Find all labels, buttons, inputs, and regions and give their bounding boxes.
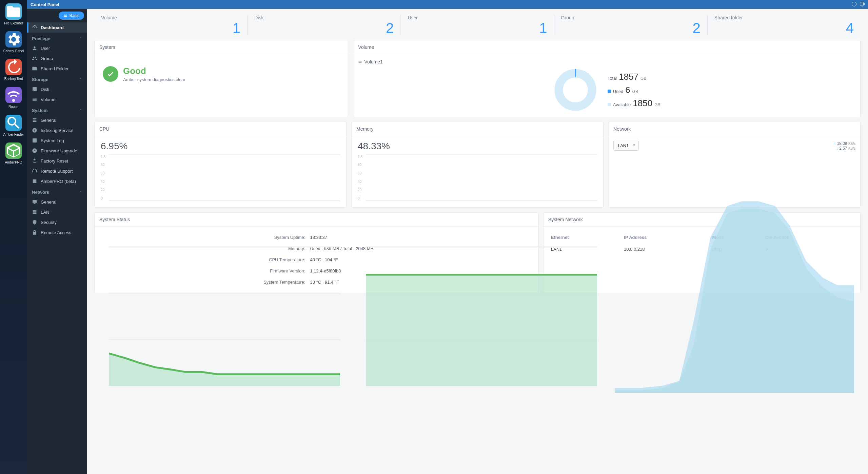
window-controls bbox=[850, 2, 865, 7]
titlebar: Control Panel bbox=[27, 0, 868, 9]
box-icon bbox=[5, 143, 22, 159]
volume-donut-chart bbox=[553, 68, 597, 112]
sidebar-item-firmware[interactable]: Firmware Upgrade bbox=[27, 146, 87, 156]
log-icon bbox=[32, 138, 37, 143]
minimize-icon[interactable] bbox=[852, 2, 856, 6]
dock-label: AmberPRO bbox=[5, 160, 22, 164]
volume-name-row: Volume1 bbox=[358, 59, 855, 64]
dock-item-amberpro[interactable]: AmberPRO bbox=[2, 143, 25, 164]
dock-item-file-explorer[interactable]: File Explorer bbox=[2, 3, 25, 25]
system-status-subtitle: Amber system diagnostics clear bbox=[123, 77, 185, 82]
shield-icon bbox=[32, 220, 37, 225]
card-title: Memory bbox=[352, 122, 603, 136]
maximize-icon[interactable] bbox=[860, 2, 865, 6]
sidebar-item-general[interactable]: General bbox=[27, 115, 87, 125]
remote-icon bbox=[32, 230, 37, 235]
stats-row: Volume1 Disk2 User1 Group2 Shared folder… bbox=[87, 9, 868, 40]
monitor-icon bbox=[32, 199, 37, 205]
check-circle-icon bbox=[103, 66, 118, 82]
sidebar-item-factory-reset[interactable]: Factory Reset bbox=[27, 156, 87, 166]
sidebar-item-remote-support[interactable]: Remote Support bbox=[27, 166, 87, 176]
dashboard-icon bbox=[32, 25, 37, 30]
card-title: Network bbox=[609, 122, 860, 136]
stat-disk[interactable]: Disk2 bbox=[248, 15, 401, 36]
dock-label: File Explorer bbox=[4, 21, 23, 25]
memory-value: 48.33% bbox=[356, 141, 598, 152]
cpu-value: 6.95% bbox=[99, 141, 341, 152]
sidebar-section-network[interactable]: Network⌃ bbox=[27, 186, 87, 197]
network-card: Network LAN1 18.09 KB/s 2.57 KB/s bbox=[608, 122, 861, 208]
list-icon bbox=[358, 60, 362, 64]
dock: File Explorer Control Panel Backup Tool … bbox=[0, 0, 27, 474]
lan-select[interactable]: LAN1 bbox=[613, 141, 639, 151]
system-status-value: Good bbox=[123, 66, 185, 76]
clock-icon bbox=[5, 59, 22, 75]
basic-mode-label: Basic bbox=[70, 13, 79, 18]
wifi-icon bbox=[5, 87, 22, 103]
legend-swatch-used bbox=[608, 90, 611, 93]
sidebar-item-system-log[interactable]: System Log bbox=[27, 135, 87, 146]
basic-mode-button[interactable]: Basic bbox=[59, 12, 84, 20]
card-title: Volume bbox=[353, 40, 860, 54]
search-icon bbox=[5, 115, 22, 131]
dock-label: Backup Tool bbox=[4, 77, 23, 81]
window-title: Control Panel bbox=[31, 2, 59, 7]
group-icon bbox=[32, 56, 37, 61]
dock-item-amber-finder[interactable]: Amber Finder bbox=[2, 115, 25, 136]
system-card: System Good Amber system diagnostics cle… bbox=[94, 40, 348, 117]
sidebar-item-indexing[interactable]: Indexing Service bbox=[27, 125, 87, 135]
sidebar-item-volume[interactable]: Volume bbox=[27, 94, 87, 105]
sidebar: Basic Dashboard Privilege⌃ User Group Sh… bbox=[27, 9, 87, 474]
network-chart bbox=[615, 153, 854, 393]
chart-y-axis: 100806040200 bbox=[101, 154, 106, 200]
reset-icon bbox=[32, 158, 37, 164]
main-content: Volume1 Disk2 User1 Group2 Shared folder… bbox=[87, 9, 868, 474]
card-title: CPU bbox=[95, 122, 346, 136]
sidebar-item-label: Dashboard bbox=[41, 25, 64, 30]
general-icon bbox=[32, 117, 37, 123]
stat-shared-folder[interactable]: Shared folder4 bbox=[708, 15, 861, 36]
sidebar-item-remote-access[interactable]: Remote Access bbox=[27, 227, 87, 238]
dock-label: Control Panel bbox=[3, 49, 24, 53]
sidebar-item-user[interactable]: User bbox=[27, 43, 87, 53]
sidebar-item-security[interactable]: Security bbox=[27, 217, 87, 227]
cpu-chart bbox=[109, 154, 340, 386]
sidebar-item-dashboard[interactable]: Dashboard bbox=[27, 22, 87, 33]
chevron-up-icon: ⌃ bbox=[79, 37, 82, 40]
sidebar-item-shared-folder[interactable]: Shared Folder bbox=[27, 63, 87, 74]
sidebar-section-storage[interactable]: Storage⌃ bbox=[27, 74, 87, 84]
network-rates: 18.09 KB/s 2.57 KB/s bbox=[834, 141, 855, 151]
legend-swatch-available bbox=[608, 103, 611, 106]
dock-item-backup-tool[interactable]: Backup Tool bbox=[2, 59, 25, 81]
beta-icon bbox=[32, 178, 37, 184]
sidebar-section-system[interactable]: System⌃ bbox=[27, 105, 87, 115]
svg-rect-15 bbox=[366, 275, 597, 386]
chevron-up-icon: ⌃ bbox=[79, 78, 82, 81]
list-icon bbox=[63, 14, 67, 18]
sidebar-item-amberpro-beta[interactable]: AmberPRO (beta) bbox=[27, 176, 87, 186]
card-title: System bbox=[95, 40, 348, 54]
dock-label: Router bbox=[8, 105, 19, 109]
lan-icon bbox=[32, 209, 37, 215]
sidebar-item-lan[interactable]: LAN bbox=[27, 207, 87, 217]
stat-volume[interactable]: Volume1 bbox=[94, 15, 248, 36]
chevron-up-icon: ⌃ bbox=[79, 190, 82, 194]
sidebar-section-privilege[interactable]: Privilege⌃ bbox=[27, 33, 87, 43]
sidebar-item-disk[interactable]: Disk bbox=[27, 84, 87, 94]
sidebar-item-net-general[interactable]: General bbox=[27, 197, 87, 207]
chevron-up-icon: ⌃ bbox=[79, 109, 82, 112]
dock-item-router[interactable]: Router bbox=[2, 87, 25, 109]
shared-folder-icon bbox=[32, 66, 37, 71]
support-icon bbox=[32, 168, 37, 174]
stat-group[interactable]: Group2 bbox=[554, 15, 708, 36]
stat-user[interactable]: User1 bbox=[401, 15, 554, 36]
memory-card: Memory 48.33% 100806040200 bbox=[351, 122, 604, 208]
indexing-icon bbox=[32, 128, 37, 133]
dock-item-control-panel[interactable]: Control Panel bbox=[2, 31, 25, 53]
folder-icon bbox=[5, 3, 22, 20]
sidebar-item-group[interactable]: Group bbox=[27, 53, 87, 63]
svg-point-0 bbox=[559, 73, 592, 107]
dock-label: Amber Finder bbox=[3, 133, 24, 136]
memory-chart bbox=[366, 154, 597, 386]
chart-y-axis: 100806040200 bbox=[358, 154, 363, 200]
